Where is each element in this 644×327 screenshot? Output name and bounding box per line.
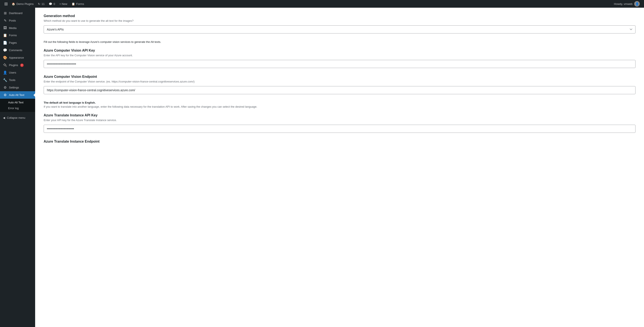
avatar[interactable]: 👤 — [634, 1, 640, 7]
generation-method-title: Generation method — [44, 14, 636, 18]
auto-alt-text-icon: ⚙ — [3, 93, 7, 97]
appearance-icon: 🎨 — [3, 56, 7, 60]
auto-alt-text-submenu: Auto Alt Text Error log — [0, 99, 35, 112]
users-icon: 👤 — [3, 71, 7, 75]
sidebar-item-forms[interactable]: 📋 Forms — [0, 32, 35, 39]
media-icon: 🖼 — [3, 26, 7, 30]
api-key-title: Azure Computer Vision API Key — [44, 49, 636, 53]
azure-info-text: Fill out the following fields to leverag… — [44, 40, 636, 44]
main-content: Generation method Which method do you wa… — [35, 8, 644, 327]
endpoint-title: Azure Computer Vision Endpoint — [44, 75, 636, 79]
generation-method-section: Generation method Which method do you wa… — [44, 14, 636, 34]
admin-menu: ⊞ Dashboard ✎ Posts 🖼 Media 📋 Forms 📄 Pa… — [0, 8, 35, 327]
sidebar-item-media[interactable]: 🖼 Media — [0, 24, 35, 32]
translate-api-key-desc: Enter your API key for the Azure Transla… — [44, 119, 636, 122]
comments-icon: 💬 — [49, 2, 52, 6]
sidebar-item-settings[interactable]: ⚙ Settings — [0, 84, 35, 91]
site-name[interactable]: 🏠 Demo Plugins — [10, 0, 36, 8]
posts-icon: ✎ — [3, 19, 7, 23]
generation-method-select[interactable]: Azure's APIs OpenAI Google Vision — [44, 25, 636, 34]
forms-menu-icon: 📋 — [3, 33, 7, 37]
site-icon: 🏠 — [12, 2, 15, 6]
tools-icon: 🔧 — [3, 78, 7, 82]
wp-logo[interactable]: ⊞ — [2, 0, 10, 8]
avatar-icon: 👤 — [635, 2, 639, 6]
sidebar-item-dashboard[interactable]: ⊞ Dashboard — [0, 9, 35, 17]
endpoint-desc: Enter the endpoint of the Computer Visio… — [44, 80, 636, 83]
submenu-item-auto-alt-text[interactable]: Auto Alt Text — [0, 100, 35, 105]
sidebar-item-users[interactable]: 👤 Users — [0, 69, 35, 76]
sidebar-item-tools[interactable]: 🔧 Tools — [0, 76, 35, 84]
translation-notice: The default alt text language is English… — [44, 101, 636, 108]
submenu-item-error-log[interactable]: Error log — [0, 105, 35, 111]
translate-api-key-input[interactable] — [44, 125, 636, 133]
sidebar-item-appearance[interactable]: 🎨 Appearance — [0, 54, 35, 61]
updates-icon: ↻ — [38, 2, 40, 6]
translation-notice-desc: If you want to translate into another la… — [44, 105, 636, 108]
plugins-icon: 🔌 — [3, 63, 7, 67]
generation-method-desc: Which method do you want to use to gener… — [44, 19, 636, 22]
plugins-badge: 7 — [20, 64, 24, 67]
sidebar-item-auto-alt-text[interactable]: ⚙ Auto Alt Text — [0, 91, 35, 99]
new-content-item[interactable]: + New — [57, 0, 70, 8]
dashboard-icon: ⊞ — [3, 11, 7, 15]
sidebar-item-pages[interactable]: 📄 Pages — [0, 39, 35, 47]
wp-layout: ⊞ Dashboard ✎ Posts 🖼 Media 📋 Forms 📄 Pa… — [0, 8, 644, 327]
comments-menu-icon: 💬 — [3, 48, 7, 52]
translation-notice-bold: The default alt text language is English… — [44, 101, 636, 104]
user-area: Howdy, vmweb 👤 — [614, 1, 642, 7]
pages-icon: 📄 — [3, 41, 7, 45]
admin-bar: ⊞ 🏠 Demo Plugins ↻ 11 💬 0 + New 📋 Forms … — [0, 0, 644, 8]
endpoint-section: Azure Computer Vision Endpoint Enter the… — [44, 75, 636, 94]
user-greeting: Howdy, vmweb — [614, 2, 632, 6]
translate-endpoint-title: Azure Translate Instance Endpoint — [44, 140, 636, 143]
sidebar-item-posts[interactable]: ✎ Posts — [0, 17, 35, 24]
endpoint-input[interactable] — [44, 86, 636, 94]
forms-item[interactable]: 📋 Forms — [70, 0, 86, 8]
sidebar-item-comments[interactable]: 💬 Comments — [0, 47, 35, 54]
collapse-icon: ◀ — [3, 116, 5, 119]
api-key-input[interactable] — [44, 60, 636, 68]
sidebar-item-plugins[interactable]: 🔌 Plugins 7 — [0, 61, 35, 69]
forms-icon: 📋 — [72, 2, 75, 6]
api-key-desc: Enter the API key for the Computer Visio… — [44, 54, 636, 57]
translate-api-key-title: Azure Translate Instance API Key — [44, 113, 636, 117]
api-key-section: Azure Computer Vision API Key Enter the … — [44, 49, 636, 68]
comments-item[interactable]: 💬 0 — [47, 0, 57, 8]
collapse-menu-button[interactable]: ◀ Collapse menu — [0, 115, 35, 121]
settings-icon: ⚙ — [3, 86, 7, 90]
settings-wrap: Generation method Which method do you wa… — [35, 8, 644, 327]
updates-item[interactable]: ↻ 11 — [36, 0, 47, 8]
translate-api-key-section: Azure Translate Instance API Key Enter y… — [44, 113, 636, 133]
translate-endpoint-section: Azure Translate Instance Endpoint — [44, 140, 636, 143]
